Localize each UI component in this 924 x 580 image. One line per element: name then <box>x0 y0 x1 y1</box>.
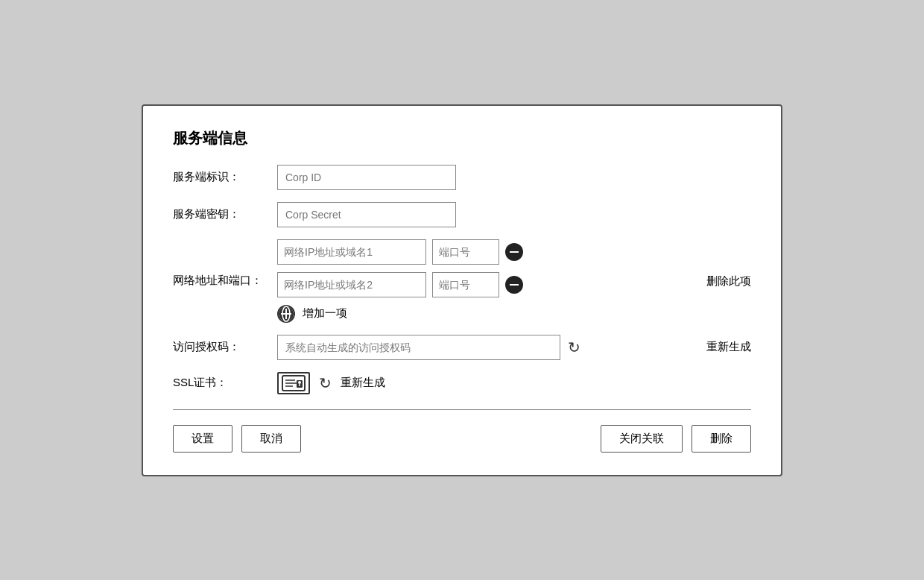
delete-entry-2-button[interactable] <box>505 276 523 294</box>
network-content: 增加一项 <box>277 239 523 323</box>
ssl-refresh-icon[interactable]: ↻ <box>319 376 332 391</box>
cancel-button[interactable]: 取消 <box>241 425 301 453</box>
server-secret-input[interactable] <box>277 202 456 227</box>
network-entry-1 <box>277 239 523 265</box>
delete-entry-1-button[interactable] <box>505 243 523 261</box>
setup-button[interactable]: 设置 <box>173 425 232 453</box>
ssl-cert-icon <box>277 372 310 394</box>
access-code-refresh-icon[interactable]: ↻ <box>568 340 580 355</box>
dialog-title: 服务端信息 <box>173 128 751 148</box>
ip-input-2[interactable] <box>277 272 426 297</box>
delete-button[interactable]: 删除 <box>692 425 751 453</box>
server-id-row: 服务端标识： <box>173 165 751 190</box>
svg-point-13 <box>298 381 301 384</box>
footer-right-buttons: 关闭关联 删除 <box>601 425 751 453</box>
network-label: 网络地址和端口： <box>173 274 277 288</box>
server-secret-row: 服务端密钥： <box>173 202 751 227</box>
port-input-2[interactable] <box>432 272 499 297</box>
server-id-input[interactable] <box>277 165 456 190</box>
server-secret-label: 服务端密钥： <box>173 207 277 221</box>
ssl-cert-svg <box>282 375 306 391</box>
add-circle-icon <box>277 305 295 323</box>
add-network-button[interactable]: 增加一项 <box>277 305 523 323</box>
server-id-label: 服务端标识： <box>173 170 277 184</box>
ip-input-1[interactable] <box>277 239 426 265</box>
delete-this-button[interactable]: 删除此项 <box>706 274 751 288</box>
ssl-regenerate-label[interactable]: 重新生成 <box>341 376 385 390</box>
access-code-label: 访问授权码： <box>173 340 277 354</box>
ssl-cert-row: SSL证书： ↻ 重新生成 <box>173 372 751 394</box>
divider <box>173 409 751 410</box>
access-code-input[interactable] <box>277 335 560 360</box>
footer-buttons: 设置 取消 关闭关联 删除 <box>173 425 751 453</box>
access-code-row: 访问授权码： ↻ 重新生成 <box>173 335 751 360</box>
access-code-regenerate-label[interactable]: 重新生成 <box>706 340 751 354</box>
network-entry-2 <box>277 272 523 297</box>
access-code-content: ↻ <box>277 335 580 360</box>
ssl-content: ↻ 重新生成 <box>277 372 385 394</box>
ssl-cert-label: SSL证书： <box>173 376 277 390</box>
close-link-button[interactable]: 关闭关联 <box>601 425 683 453</box>
port-input-1[interactable] <box>432 239 499 265</box>
network-row: 网络地址和端口： <box>173 239 751 323</box>
dialog-server-info: 服务端信息 服务端标识： 服务端密钥： 网络地址和端口： <box>142 104 782 476</box>
add-label: 增加一项 <box>303 306 347 321</box>
